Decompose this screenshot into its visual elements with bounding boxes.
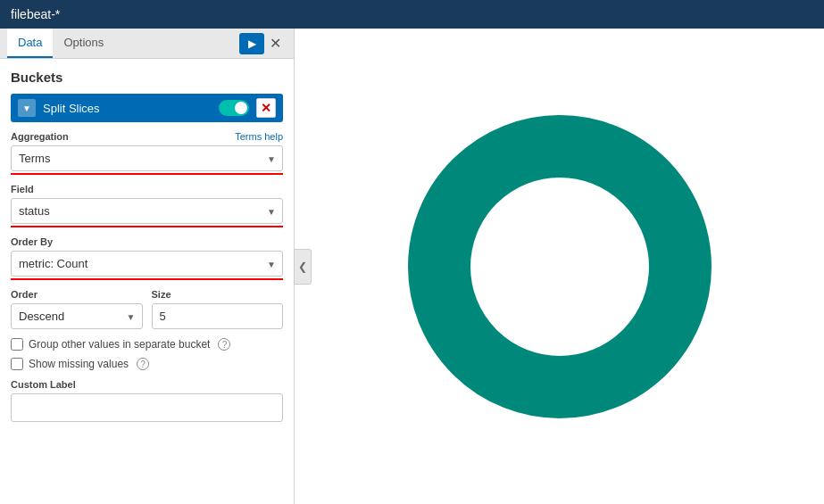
group-other-row: Group other values in separate bucket ? bbox=[11, 338, 283, 351]
aggregation-select[interactable]: Terms Date Histogram Filters Histogram R… bbox=[11, 145, 283, 171]
show-missing-help-icon[interactable]: ? bbox=[137, 358, 149, 370]
order-size-row: Order Descend Ascend Size bbox=[11, 289, 283, 329]
tab-bar: Data Options ▶ ✕ bbox=[0, 29, 294, 59]
group-other-checkbox[interactable] bbox=[11, 338, 23, 351]
custom-label-input[interactable] bbox=[11, 393, 283, 422]
size-col: Size bbox=[152, 289, 284, 329]
custom-label-title: Custom Label bbox=[11, 379, 76, 390]
split-slices-expand[interactable]: ▼ bbox=[18, 99, 36, 117]
top-bar: filebeat-* bbox=[0, 0, 824, 29]
aggregation-underline bbox=[11, 173, 283, 175]
order-select-wrapper: Descend Ascend bbox=[11, 303, 143, 329]
buckets-title: Buckets bbox=[11, 70, 283, 85]
field-underline bbox=[11, 226, 283, 227]
sidebar: Data Options ▶ ✕ Buckets ▼ Split Slices bbox=[0, 29, 295, 504]
viz-area: ❮ bbox=[295, 29, 824, 504]
split-slices-row: ▼ Split Slices ✕ bbox=[11, 94, 283, 122]
show-missing-checkbox[interactable] bbox=[11, 358, 23, 370]
split-slices-label: Split Slices bbox=[43, 102, 219, 115]
main-container: Data Options ▶ ✕ Buckets ▼ Split Slices bbox=[0, 29, 824, 504]
close-button[interactable]: ✕ bbox=[264, 31, 287, 55]
donut-chart bbox=[390, 97, 729, 436]
aggregation-row: Aggregation Terms help Terms Date Histog… bbox=[11, 131, 283, 175]
split-slices-delete[interactable]: ✕ bbox=[256, 98, 276, 118]
size-label: Size bbox=[152, 289, 284, 300]
show-missing-row: Show missing values ? bbox=[11, 358, 283, 370]
sidebar-content: Buckets ▼ Split Slices ✕ Aggregation Ter… bbox=[0, 59, 294, 504]
run-button[interactable]: ▶ bbox=[239, 33, 264, 54]
group-other-help-icon[interactable]: ? bbox=[218, 338, 230, 351]
field-label: Field bbox=[11, 184, 34, 194]
order-label: Order bbox=[11, 289, 143, 300]
split-slices-toggle[interactable] bbox=[219, 100, 249, 116]
tab-options[interactable]: Options bbox=[53, 29, 114, 58]
orderby-select[interactable]: metric: Count Custom Metric Alphabetical bbox=[11, 251, 283, 277]
orderby-label: Order By bbox=[11, 236, 53, 247]
field-select[interactable]: status agent.hostname agent.type bbox=[11, 198, 283, 224]
orderby-select-wrapper: metric: Count Custom Metric Alphabetical bbox=[11, 251, 283, 277]
tab-data[interactable]: Data bbox=[7, 29, 53, 58]
custom-label-section: Custom Label bbox=[11, 379, 283, 422]
field-row: Field status agent.hostname agent.type bbox=[11, 184, 283, 227]
field-select-wrapper: status agent.hostname agent.type bbox=[11, 198, 283, 224]
orderby-row: Order By metric: Count Custom Metric Alp… bbox=[11, 236, 283, 280]
order-col: Order Descend Ascend bbox=[11, 289, 143, 329]
aggregation-label: Aggregation bbox=[11, 131, 69, 142]
svg-point-0 bbox=[439, 146, 680, 387]
terms-help-link[interactable]: Terms help bbox=[235, 131, 283, 142]
show-missing-label: Show missing values bbox=[29, 358, 129, 370]
aggregation-select-wrapper: Terms Date Histogram Filters Histogram R… bbox=[11, 145, 283, 171]
order-select[interactable]: Descend Ascend bbox=[11, 303, 143, 329]
collapse-button[interactable]: ❮ bbox=[294, 249, 312, 285]
size-input[interactable] bbox=[152, 303, 284, 329]
group-other-label: Group other values in separate bucket bbox=[29, 338, 210, 351]
orderby-underline bbox=[11, 278, 283, 280]
app-title: filebeat-* bbox=[11, 7, 60, 21]
